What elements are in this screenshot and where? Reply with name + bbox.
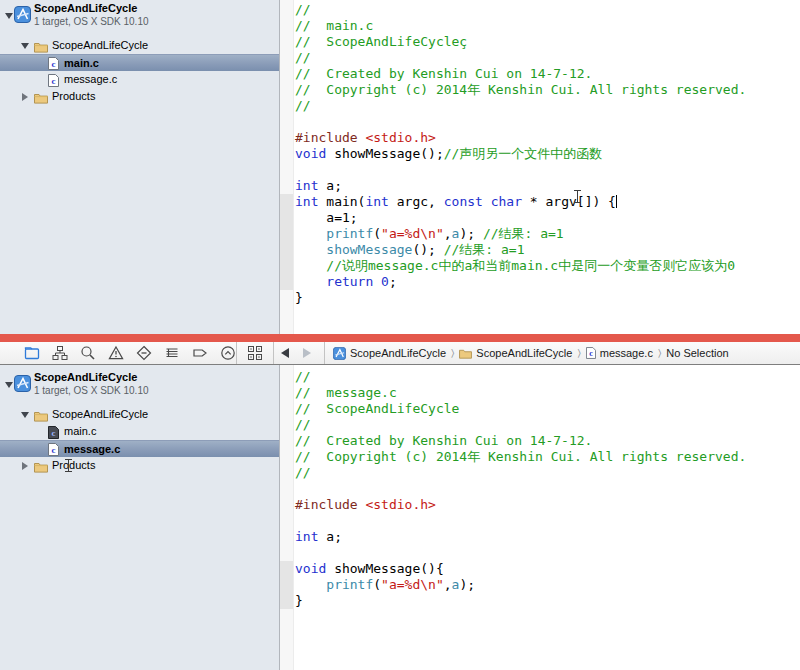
project-name: ScopeAndLifeCycle [34,2,137,14]
code-line[interactable]: return 0; [295,274,800,290]
file-name: message.c [64,441,120,457]
code-line[interactable]: } [295,290,800,306]
breadcrumb: ScopeAndLifeCycle 〉 ScopeAndLifeCycle 〉 … [333,347,729,360]
group-name: ScopeAndLifeCycle [52,37,148,54]
focus-ribbon[interactable] [280,365,294,670]
products-row[interactable]: Products [0,88,279,105]
code-line[interactable]: // main.c [295,18,800,34]
file-row-main-c[interactable]: c main.c [0,423,279,440]
main-c-source-code[interactable]: //// main.c// ScopeAndLifeCycleç//// Cre… [294,0,800,334]
bottom-split-pane: ScopeAndLifeCycle 1 target, OS X SDK 10.… [0,365,800,670]
message-c-source-code[interactable]: //// message.c// ScopeAndLifeCycle//// C… [294,365,800,670]
code-line[interactable]: int a; [295,178,800,194]
code-line[interactable]: // [295,465,800,481]
project-row[interactable]: ScopeAndLifeCycle 1 target, OS X SDK 10.… [0,369,279,403]
project-navigator-icon[interactable] [24,345,40,361]
jump-bar-controls: ScopeAndLifeCycle 〉 ScopeAndLifeCycle 〉 … [237,342,729,364]
file-name: main.c [64,55,99,71]
code-line[interactable]: //说明message.c中的a和当前main.c中是同一个变量否则它应该为0 [295,258,800,274]
navigator-and-jump-bar: ScopeAndLifeCycle 〉 ScopeAndLifeCycle 〉 … [0,342,800,365]
disclosure-triangle-icon[interactable] [21,412,29,418]
code-line[interactable]: // ScopeAndLifeCycle [295,401,800,417]
breadcrumb-group[interactable]: ScopeAndLifeCycle [459,347,572,359]
c-file-icon: c [48,56,59,72]
code-line[interactable]: // [295,417,800,433]
group-row[interactable]: ScopeAndLifeCycle [0,406,279,423]
code-line[interactable]: // Created by Kenshin Cui on 14-7-12. [295,433,800,449]
code-line[interactable] [295,545,800,561]
svg-text:c: c [589,349,593,358]
products-label: Products [52,88,95,105]
related-items-icon[interactable] [247,345,263,361]
code-line[interactable]: // Created by Kenshin Cui on 14-7-12. [295,66,800,82]
disclosure-triangle-icon[interactable] [21,43,29,49]
issue-navigator-icon[interactable] [108,345,124,361]
code-line[interactable]: } [295,593,800,609]
breadcrumb-group-label: ScopeAndLifeCycle [476,347,572,359]
file-name: main.c [64,423,96,440]
code-line[interactable]: void showMessage();//声明另一个文件中的函数 [295,146,800,162]
c-file-icon: c [586,347,596,359]
folder-icon [459,348,472,359]
svg-text:c: c [52,445,56,455]
code-line[interactable] [295,162,800,178]
svg-text:c: c [52,76,56,86]
code-line[interactable]: showMessage(); //结果: a=1 [295,242,800,258]
disclosure-triangle-icon[interactable] [5,382,13,388]
breadcrumb-selection[interactable]: No Selection [666,347,728,359]
debug-navigator-icon[interactable] [164,345,180,361]
code-line[interactable]: // Copyright (c) 2014年 Kenshin Cui. All … [295,82,800,98]
code-line[interactable]: printf("a=%d\n",a); //结果: a=1 [295,226,800,242]
breadcrumb-selection-label: No Selection [666,347,728,359]
group-row[interactable]: ScopeAndLifeCycle [0,37,279,54]
bottom-source-editor[interactable]: //// message.c// ScopeAndLifeCycle//// C… [280,365,800,670]
code-line[interactable]: // ScopeAndLifeCycleç [295,34,800,50]
code-line[interactable]: // [295,2,800,18]
chevron-right-icon: 〉 [577,347,580,359]
disclosure-triangle-icon[interactable] [5,13,13,19]
code-line[interactable]: void showMessage(){ [295,561,800,577]
xcode-window: ScopeAndLifeCycle 1 target, OS X SDK 10.… [0,0,800,670]
svg-text:c: c [52,428,56,438]
project-name: ScopeAndLifeCycle [34,371,137,383]
code-line[interactable]: int a; [295,529,800,545]
breadcrumb-project[interactable]: ScopeAndLifeCycle [333,347,446,360]
code-line[interactable]: #include <stdio.h> [295,497,800,513]
focus-ribbon[interactable] [280,0,294,334]
code-line[interactable]: int main(int argc, const char * argv[]) … [295,194,800,210]
code-line[interactable]: // Copyright (c) 2014年 Kenshin Cui. All … [295,449,800,465]
symbol-navigator-icon[interactable] [52,345,68,361]
file-row-message-c[interactable]: c message.c [0,71,279,88]
code-line[interactable] [295,513,800,529]
project-subtitle: 1 target, OS X SDK 10.10 [34,16,149,27]
file-row-message-c[interactable]: c message.c [0,440,279,457]
log-navigator-icon[interactable] [220,345,236,361]
back-button[interactable] [281,348,289,358]
code-line[interactable]: // [295,98,800,114]
disclosure-triangle-icon[interactable] [22,462,28,470]
code-line[interactable] [295,481,800,497]
top-split-pane: ScopeAndLifeCycle 1 target, OS X SDK 10.… [0,0,800,334]
ibeam-mouse-cursor [577,190,578,203]
code-line[interactable]: printf("a=%d\n",a); [295,577,800,593]
forward-button[interactable] [303,348,311,358]
code-line[interactable]: a=1; [295,210,800,226]
breadcrumb-file[interactable]: c message.c [586,347,653,359]
code-line[interactable]: // message.c [295,385,800,401]
top-source-editor[interactable]: //// main.c// ScopeAndLifeCycleç//// Cre… [280,0,800,334]
code-line[interactable]: #include <stdio.h> [295,130,800,146]
products-row[interactable]: Products [0,457,279,474]
code-line[interactable]: // [295,369,800,385]
test-navigator-icon[interactable] [136,345,152,361]
find-navigator-icon[interactable] [80,345,96,361]
breadcrumb-project-label: ScopeAndLifeCycle [350,347,446,359]
project-row[interactable]: ScopeAndLifeCycle 1 target, OS X SDK 10.… [0,0,279,34]
code-line[interactable] [295,114,800,130]
file-row-main-c[interactable]: c main.c [0,54,279,71]
breakpoint-navigator-icon[interactable] [192,345,208,361]
navigator-selector-bar [0,345,236,361]
disclosure-triangle-icon[interactable] [22,93,28,101]
bottom-project-navigator: ScopeAndLifeCycle 1 target, OS X SDK 10.… [0,365,280,670]
code-line[interactable]: // [295,50,800,66]
chevron-right-icon: 〉 [451,347,454,359]
